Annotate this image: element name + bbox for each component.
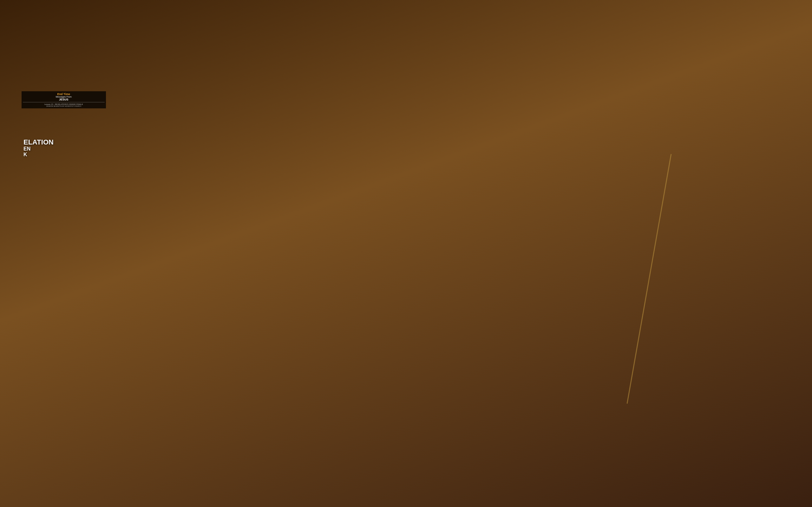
thumb-bible [229, 134, 319, 190]
card-bible[interactable] [229, 134, 319, 200]
media-grid: End Time Messages From JESUS Lesson 23 ·… [0, 46, 443, 210]
